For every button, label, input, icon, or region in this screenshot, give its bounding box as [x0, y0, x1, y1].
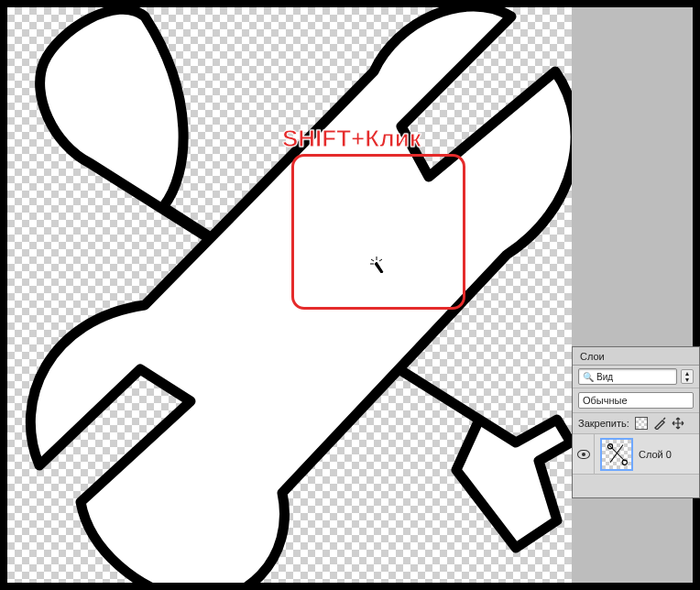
annotation-label: SHIFT+Клик	[282, 125, 421, 153]
blend-mode-row: Обычные	[573, 388, 699, 413]
magic-wand-cursor-icon	[369, 257, 384, 273]
layers-panel: Слои 🔍 Вид ▴ ▾ Обычные Закрепить:	[572, 346, 700, 498]
inner-frame: SHIFT+Клик Слои 🔍 Вид ▴	[7, 7, 693, 583]
chevron-down-icon: ▾	[682, 377, 693, 383]
layer-filter-label: Вид	[596, 372, 613, 382]
layer-filter-row: 🔍 Вид ▴ ▾	[573, 366, 699, 388]
search-icon: 🔍	[583, 372, 594, 382]
blend-mode-value: Обычные	[583, 395, 628, 406]
blend-mode-select[interactable]: Обычные	[578, 392, 694, 409]
layer-name: Слой 0	[639, 449, 672, 460]
layer-visibility-toggle[interactable]	[573, 434, 595, 474]
layer-thumbnail[interactable]	[600, 438, 633, 471]
layers-panel-title[interactable]: Слои	[573, 347, 699, 366]
lock-row: Закрепить:	[573, 413, 699, 434]
app-frame: SHIFT+Клик Слои 🔍 Вид ▴	[0, 0, 700, 590]
lock-label: Закрепить:	[578, 418, 629, 429]
eye-icon	[577, 450, 590, 459]
lock-position-icon[interactable]	[672, 417, 684, 430]
svg-line-2	[379, 259, 382, 261]
artwork-tools	[7, 7, 572, 583]
filter-stepper[interactable]: ▴ ▾	[681, 369, 694, 384]
canvas[interactable]: SHIFT+Клик	[7, 7, 572, 583]
annotation-callout	[291, 154, 465, 310]
layer-item[interactable]: Слой 0	[573, 434, 699, 475]
svg-line-1	[371, 259, 374, 261]
lock-transparency-icon[interactable]	[635, 417, 648, 430]
lock-pixels-icon[interactable]	[653, 417, 666, 430]
layer-filter-dropdown[interactable]: 🔍 Вид	[578, 368, 677, 385]
